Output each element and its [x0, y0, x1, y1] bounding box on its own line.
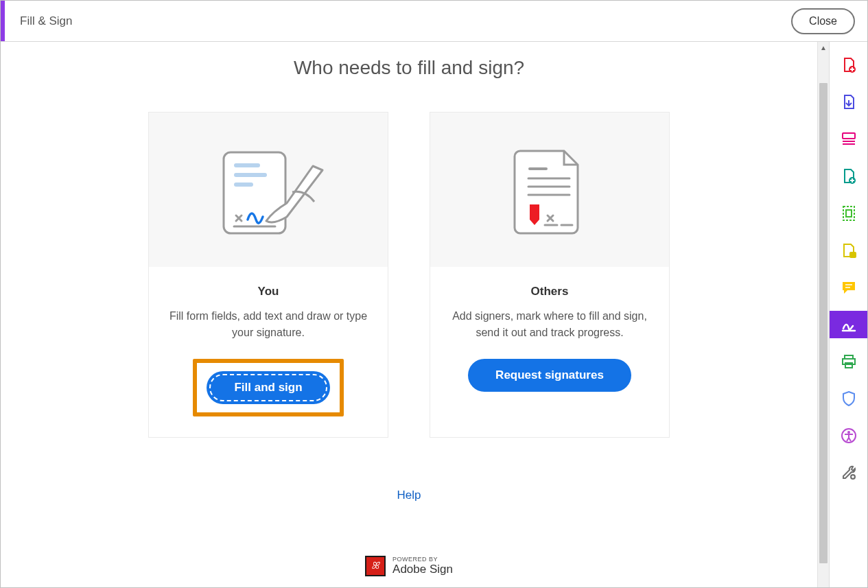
svg-rect-16	[846, 210, 852, 217]
svg-rect-1	[234, 173, 267, 177]
vertical-scrollbar[interactable]: ▲	[817, 42, 829, 587]
main-inner: Who needs to fill and sign?	[1, 57, 817, 576]
close-button[interactable]: Close	[791, 8, 855, 34]
create-pdf-icon	[841, 57, 857, 73]
card-others-title: Others	[445, 285, 654, 298]
main-heading: Who needs to fill and sign?	[1, 57, 817, 79]
card-you-illustration	[149, 113, 388, 267]
fill-sign-icon	[841, 316, 857, 333]
fill-and-sign-button[interactable]: Fill and sign	[207, 371, 329, 404]
comment-icon	[841, 279, 857, 296]
powered-product: Adobe Sign	[392, 563, 453, 576]
body-wrap: Who needs to fill and sign?	[1, 42, 867, 587]
rail-accessibility[interactable]	[830, 422, 868, 449]
right-tools-rail	[829, 42, 867, 587]
card-others-body: Others Add signers, mark where to fill a…	[430, 267, 669, 412]
export-pdf-icon	[841, 94, 857, 110]
request-signatures-icon	[498, 139, 601, 242]
card-you-desc: Fill form fields, add text and draw or t…	[164, 308, 373, 341]
edit-pdf-icon	[841, 205, 857, 222]
rail-create-pdf[interactable]	[830, 51, 868, 79]
rail-organize-pages[interactable]	[830, 126, 868, 153]
organize-pages-icon	[841, 131, 857, 148]
accessibility-icon	[841, 427, 857, 444]
svg-rect-4	[528, 167, 548, 170]
help-link[interactable]: Help	[397, 489, 421, 502]
rail-compare[interactable]	[830, 237, 868, 264]
card-you-title: You	[164, 285, 373, 298]
cards-row: You Fill form fields, add text and draw …	[1, 112, 817, 438]
protect-icon	[841, 390, 857, 407]
powered-by: ꕤ POWERED BY Adobe Sign	[1, 556, 817, 576]
svg-rect-2	[234, 183, 253, 187]
scroll-thumb[interactable]	[819, 83, 828, 563]
card-you: You Fill form fields, add text and draw …	[148, 112, 388, 438]
card-others-illustration	[430, 113, 669, 267]
svg-rect-15	[843, 207, 854, 220]
svg-point-25	[847, 431, 850, 434]
header-left: Fill & Sign	[1, 1, 73, 41]
scroll-up-icon[interactable]: ▲	[818, 42, 829, 54]
compare-icon	[841, 242, 857, 259]
header-accent	[1, 1, 5, 41]
header-title: Fill & Sign	[20, 14, 73, 28]
request-signatures-button[interactable]: Request signatures	[468, 359, 631, 392]
card-others: Others Add signers, mark where to fill a…	[430, 112, 670, 438]
rail-more-tools[interactable]	[830, 459, 868, 486]
card-others-desc: Add signers, mark where to fill and sign…	[445, 308, 654, 341]
print-icon	[841, 353, 857, 370]
rail-combine-files[interactable]	[830, 163, 868, 190]
main-content: Who needs to fill and sign?	[1, 42, 817, 587]
svg-rect-11	[843, 133, 855, 139]
sign-yourself-icon	[210, 139, 327, 242]
tutorial-highlight: Fill and sign	[193, 359, 343, 416]
svg-rect-17	[849, 252, 856, 258]
powered-text: POWERED BY Adobe Sign	[392, 556, 453, 575]
rail-edit-pdf[interactable]	[830, 200, 868, 227]
rail-comment[interactable]	[830, 274, 868, 301]
rail-print[interactable]	[830, 348, 868, 375]
rail-fill-sign[interactable]	[830, 311, 868, 338]
combine-files-icon	[841, 168, 857, 185]
rail-protect[interactable]	[830, 385, 868, 412]
header-bar: Fill & Sign Close	[1, 1, 867, 42]
more-tools-icon	[841, 464, 857, 481]
rail-export-pdf[interactable]	[830, 89, 868, 116]
adobe-sign-logo-icon: ꕤ	[365, 556, 386, 576]
card-you-body: You Fill form fields, add text and draw …	[149, 267, 388, 437]
svg-rect-0	[234, 163, 260, 167]
